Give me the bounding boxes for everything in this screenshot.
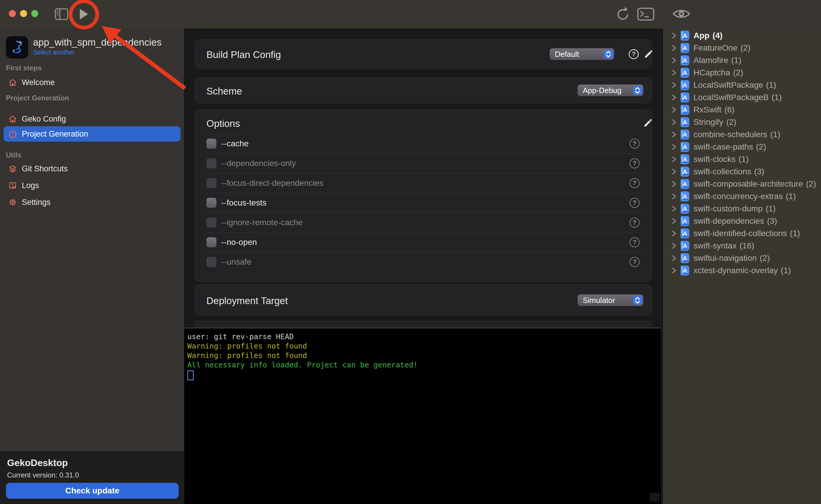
build-plan-config-dropdown[interactable]: Default xyxy=(549,48,614,60)
sidebar-item-label: Geko Config xyxy=(22,115,66,124)
package-name: swift-concurrency-extras xyxy=(693,192,783,201)
package-tree-row[interactable]: A combine-schedulers (1) xyxy=(663,128,821,141)
package-tree-row[interactable]: A swift-concurrency-extras (1) xyxy=(663,190,821,203)
chevron-right-icon[interactable] xyxy=(672,45,676,51)
package-count: (1) xyxy=(770,130,780,139)
package-book-icon: A xyxy=(681,266,689,276)
chevron-right-icon[interactable] xyxy=(672,206,676,212)
chevron-right-icon[interactable] xyxy=(672,144,676,150)
edit-pencil-icon[interactable] xyxy=(642,117,654,130)
help-icon[interactable]: ? xyxy=(630,158,640,168)
minimize-button[interactable] xyxy=(20,10,27,17)
chevron-right-icon[interactable] xyxy=(672,57,676,63)
package-tree-row[interactable]: A swift-collections (3) xyxy=(663,165,821,178)
package-count: (1) xyxy=(766,204,776,213)
chevron-right-icon[interactable] xyxy=(672,119,676,125)
package-name: Stringify xyxy=(693,117,723,127)
package-tree-row[interactable]: A swiftui-navigation (2) xyxy=(663,252,821,264)
title-bar xyxy=(0,0,821,29)
sidebar-item-geko-config[interactable]: Geko Config xyxy=(4,111,181,127)
package-name: LocalSwiftPackage xyxy=(693,80,763,90)
check-update-button[interactable]: Check update xyxy=(6,483,179,499)
sidebar-item-label: Settings xyxy=(22,198,51,207)
package-tree-row[interactable]: A swift-identified-collections (1) xyxy=(663,227,821,240)
package-count: (2) xyxy=(733,68,743,77)
package-tree-row[interactable]: A swift-dependencies (3) xyxy=(663,215,821,227)
package-book-icon: A xyxy=(681,130,689,140)
deployment-target-dropdown[interactable]: Simulator xyxy=(577,294,643,306)
help-icon[interactable]: ? xyxy=(630,218,640,228)
chevron-right-icon[interactable] xyxy=(672,255,676,261)
chevron-right-icon[interactable] xyxy=(672,95,676,100)
dropdown-stepper-icon xyxy=(604,50,613,59)
chevron-right-icon[interactable] xyxy=(672,218,676,224)
package-tree-row[interactable]: A LocalSwiftPackage (1) xyxy=(663,79,821,91)
edit-pencil-icon[interactable] xyxy=(643,48,654,61)
package-name: Alamofire xyxy=(693,56,728,65)
sidebar-item-project-generation[interactable]: Project Generation xyxy=(4,126,181,142)
package-tree-row[interactable]: A App (4) xyxy=(663,29,821,42)
package-name: App xyxy=(693,31,709,40)
help-icon[interactable]: ? xyxy=(630,139,640,149)
sidebar-item-settings[interactable]: Settings xyxy=(4,195,181,210)
package-tree-row[interactable]: A xctest-dynamic-overlay (1) xyxy=(663,264,821,277)
chevron-right-icon[interactable] xyxy=(672,70,676,76)
app-window: app_with_spm_dependencies Select another… xyxy=(0,0,821,504)
package-tree-row[interactable]: A swift-custom-dump (1) xyxy=(663,203,821,215)
help-icon[interactable]: ? xyxy=(630,198,640,208)
play-generate-button[interactable] xyxy=(77,8,90,21)
app-title: GekoDesktop xyxy=(7,457,68,468)
select-another-link[interactable]: Select another xyxy=(33,49,75,56)
package-name: swift-clocks xyxy=(693,155,736,164)
package-book-icon: A xyxy=(681,179,689,189)
checkbox[interactable] xyxy=(206,198,216,208)
package-tree-row[interactable]: A Alamofire (1) xyxy=(663,54,821,67)
package-tree-row[interactable]: A swift-case-paths (2) xyxy=(663,141,821,153)
help-icon[interactable]: ? xyxy=(630,257,640,267)
reset-icon[interactable] xyxy=(615,6,631,22)
scheme-dropdown[interactable]: App-Debug xyxy=(577,84,643,96)
chevron-right-icon[interactable] xyxy=(672,156,676,162)
sidebar-footer: GekoDesktop Current version: 0.31.0 Chec… xyxy=(0,451,185,504)
checkbox[interactable] xyxy=(206,139,216,149)
chevron-right-icon[interactable] xyxy=(672,193,676,199)
maximize-button[interactable] xyxy=(31,10,38,17)
chevron-right-icon[interactable] xyxy=(672,181,676,187)
terminal-cursor xyxy=(187,370,194,380)
terminal-toggle-icon[interactable] xyxy=(637,7,655,21)
package-tree-row[interactable]: A swift-composable-architecture (2) xyxy=(663,178,821,190)
close-button[interactable] xyxy=(9,10,16,17)
home-icon xyxy=(8,78,17,87)
package-tree-row[interactable]: A swift-syntax (16) xyxy=(663,240,821,252)
chevron-right-icon[interactable] xyxy=(672,169,676,175)
chevron-right-icon[interactable] xyxy=(672,268,676,273)
help-icon[interactable]: ? xyxy=(630,178,640,188)
package-tree-row[interactable]: A HCaptcha (2) xyxy=(663,67,821,79)
scheme-title: Scheme xyxy=(206,86,242,97)
package-name: HCaptcha xyxy=(693,68,730,77)
sidebar-item-welcome[interactable]: Welcome xyxy=(4,75,181,90)
package-tree-row[interactable]: A LocalSwiftPackageB (1) xyxy=(663,91,821,104)
package-count: (1) xyxy=(766,80,776,90)
chevron-right-icon[interactable] xyxy=(672,132,676,137)
help-icon[interactable]: ? xyxy=(629,49,639,59)
checkbox[interactable] xyxy=(206,237,216,247)
package-tree-row[interactable]: A swift-clocks (1) xyxy=(663,153,821,165)
sidebar-item-git-shortcuts[interactable]: Git Shortcuts xyxy=(4,161,181,176)
chevron-right-icon[interactable] xyxy=(672,82,676,88)
package-book-icon: A xyxy=(681,241,689,251)
chevron-right-icon[interactable] xyxy=(672,33,676,39)
package-book-icon: A xyxy=(681,216,689,226)
terminal-pane[interactable]: user: git rev-parse HEAD Warning: profil… xyxy=(184,327,661,504)
eye-preview-icon[interactable] xyxy=(672,7,691,21)
package-tree-row[interactable]: A Stringify (2) xyxy=(663,116,821,128)
chevron-right-icon[interactable] xyxy=(672,231,676,236)
chevron-right-icon[interactable] xyxy=(672,243,676,249)
sidebar-item-logs[interactable]: Logs xyxy=(4,178,181,193)
package-tree-row[interactable]: A RxSwift (6) xyxy=(663,104,821,116)
chevron-right-icon[interactable] xyxy=(672,107,676,113)
package-tree-row[interactable]: A FeatureOne (2) xyxy=(663,42,821,54)
package-tree: A App (4) A FeatureOne (2) A Alamofire (… xyxy=(663,29,821,277)
help-icon[interactable]: ? xyxy=(630,237,640,247)
sidebar-toggle-icon[interactable] xyxy=(54,7,69,21)
